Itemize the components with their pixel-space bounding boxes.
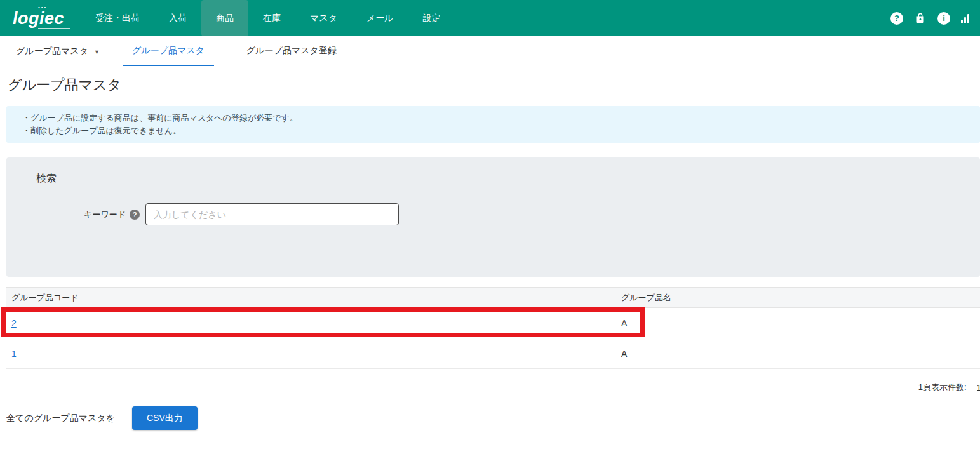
keyword-label: キーワード <box>36 209 126 220</box>
header-icons: ? i <box>890 0 980 36</box>
group-item-table: グループ品コード グループ品名 2 A 1 A <box>6 287 980 369</box>
nav-item-products[interactable]: 商品 <box>201 0 248 36</box>
csv-export-button[interactable]: CSV出力 <box>132 406 198 430</box>
brand-logo[interactable]: ••• logiec <box>0 0 81 36</box>
chevron-down-icon: ▼ <box>94 48 100 55</box>
group-code-link[interactable]: 1 <box>11 349 17 359</box>
export-row: 全てのグループ品マスタを CSV出力 <box>6 406 980 430</box>
column-header-group-code: グループ品コード <box>6 292 621 304</box>
nav-item-inventory[interactable]: 在庫 <box>248 0 295 36</box>
tab-group-item-master[interactable]: グループ品マスタ <box>123 36 214 66</box>
pagination: 1頁表示件数: 10 <box>0 382 980 393</box>
keyword-row: キーワード ? <box>36 203 980 225</box>
logo-arc-dots: ••• <box>38 4 47 10</box>
page-size-label: 1頁表示件数: <box>918 382 967 393</box>
tab-group-item-master-register[interactable]: グループ品マスタ登録 <box>237 36 346 66</box>
help-icon[interactable]: ? <box>890 12 903 25</box>
notice-line: ・グループ品に設定する商品は、事前に商品マスタへの登録が必要です。 <box>22 112 967 124</box>
main-nav: 受注・出荷 入荷 商品 在庫 マスタ メール 設定 <box>81 0 455 36</box>
app-header: ••• logiec 受注・出荷 入荷 商品 在庫 マスタ メール 設定 ? i <box>0 0 980 36</box>
logo-tagline <box>38 28 70 29</box>
table-header-row: グループ品コード グループ品名 <box>6 287 980 308</box>
bag-icon[interactable] <box>914 12 927 25</box>
notice-box: ・グループ品に設定する商品は、事前に商品マスタへの登録が必要です。 ・削除したグ… <box>6 106 980 143</box>
info-icon[interactable]: i <box>937 12 950 25</box>
group-code-link[interactable]: 2 <box>11 318 17 328</box>
master-select-label: グループ品マスタ <box>16 46 88 57</box>
page-size-value[interactable]: 10 <box>977 383 980 392</box>
export-label: 全てのグループ品マスタを <box>6 413 115 424</box>
search-panel: 検索 キーワード ? <box>6 157 980 277</box>
master-select-dropdown[interactable]: グループ品マスタ ▼ <box>16 36 100 66</box>
table-row: 2 A <box>6 308 980 338</box>
page-title: グループ品マスタ <box>8 76 980 95</box>
nav-item-settings[interactable]: 設定 <box>408 0 455 36</box>
group-name-cell: A <box>621 318 980 328</box>
nav-item-master[interactable]: マスタ <box>295 0 352 36</box>
tab-bar: グループ品マスタ ▼ グループ品マスタ グループ品マスタ登録 <box>0 36 980 66</box>
keyword-help-icon[interactable]: ? <box>130 210 140 220</box>
stats-icon[interactable] <box>961 13 969 23</box>
nav-item-mail[interactable]: メール <box>352 0 408 36</box>
nav-item-arrival[interactable]: 入荷 <box>154 0 201 36</box>
search-title: 検索 <box>36 172 980 185</box>
notice-line: ・削除したグループ品は復元できません。 <box>22 124 967 137</box>
nav-item-orders-shipping[interactable]: 受注・出荷 <box>81 0 154 36</box>
keyword-input[interactable] <box>145 203 399 225</box>
logo-text: logiec <box>13 9 64 27</box>
group-name-cell: A <box>621 349 980 359</box>
column-header-group-name: グループ品名 <box>621 292 980 304</box>
table-row: 1 A <box>6 338 980 369</box>
